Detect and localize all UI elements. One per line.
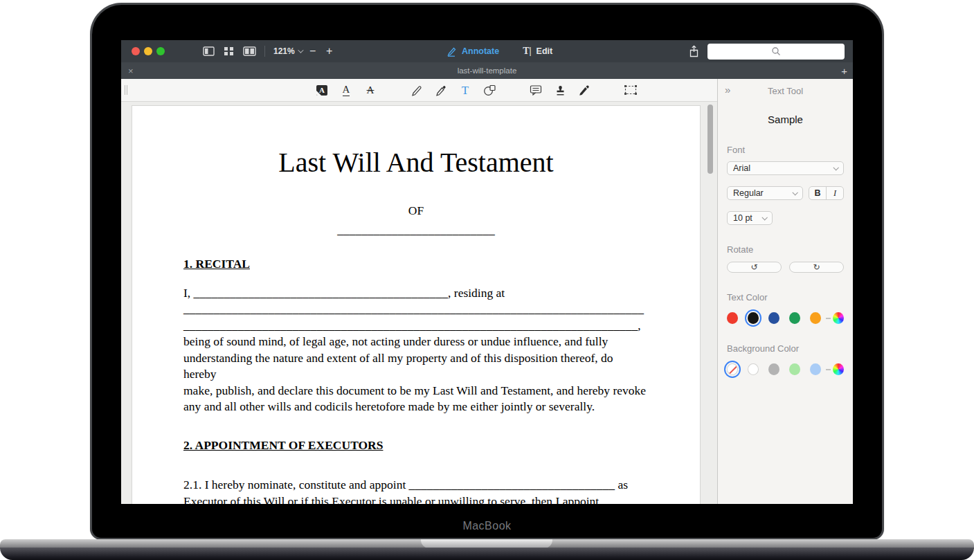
window-controls — [132, 47, 165, 55]
zoom-level-dropdown[interactable]: 121% — [273, 46, 302, 56]
rotate-cw-icon: ↻ — [813, 263, 820, 271]
recital-line: understanding the nature and extent of a… — [183, 350, 649, 383]
macbook-label: MacBook — [92, 520, 882, 532]
swatch-divider — [826, 318, 831, 319]
rotate-cw-button[interactable]: ↻ — [789, 262, 844, 273]
document-tab-title[interactable]: last-will-template — [121, 66, 853, 75]
text-color-green[interactable] — [789, 312, 800, 324]
pdf-app-window: 121% − + Annotate T| Edit — [121, 40, 853, 504]
background-color-label: Background Color — [727, 343, 844, 354]
zoom-in-button[interactable]: + — [324, 45, 335, 57]
zoom-controls: 121% − + — [273, 45, 335, 57]
highlight-icon[interactable]: A — [314, 82, 330, 98]
text-color-black[interactable] — [748, 312, 759, 324]
executor-line: 2.1. I hereby nominate, constitute and a… — [183, 477, 649, 494]
bg-color-light-blue[interactable] — [810, 363, 821, 375]
recital-line: ________________________________________… — [183, 318, 649, 334]
recital-line: ________________________________________… — [183, 301, 649, 318]
recital-line: I, _____________________________________… — [183, 285, 649, 302]
macbook-base-bottom — [0, 548, 974, 560]
content-row: A A A T — [121, 79, 853, 504]
text-color-blue[interactable] — [768, 312, 779, 324]
annotation-tools: A A A T — [314, 82, 647, 98]
add-tab-button[interactable]: + — [841, 65, 847, 77]
document-view[interactable]: Last Will And Testament OF _____________… — [121, 102, 717, 504]
annotation-toolbar: A A A T — [121, 79, 717, 102]
bold-button[interactable]: B — [809, 187, 827, 199]
tab-annotate[interactable]: Annotate — [447, 46, 499, 57]
document-name-blank: __________________________ — [183, 222, 649, 239]
mode-tabs: Annotate T| Edit — [447, 40, 552, 62]
underline-icon[interactable]: A — [339, 82, 354, 98]
font-family-select[interactable]: Arial — [727, 161, 844, 175]
document-title: Last Will And Testament — [183, 146, 649, 179]
rotate-section-label: Rotate — [727, 244, 844, 255]
text-color-label: Text Color — [727, 292, 844, 302]
stamp-icon[interactable] — [552, 82, 568, 98]
font-style-select[interactable]: Regular — [727, 186, 803, 200]
sidebar-panel-icon[interactable] — [203, 46, 215, 56]
bg-color-custom-wheel[interactable] — [833, 363, 844, 375]
text-color-red[interactable] — [727, 312, 738, 324]
executor-paragraph: 2.1. I hereby nominate, constitute and a… — [183, 477, 649, 504]
toolbar-divider — [264, 46, 265, 57]
swatch-divider — [826, 369, 831, 370]
close-tab-icon[interactable]: × — [128, 66, 134, 76]
chevron-down-icon — [833, 165, 838, 170]
shapes-icon[interactable] — [482, 82, 497, 98]
search-icon — [771, 46, 781, 56]
text-tool-icon[interactable]: T — [458, 82, 473, 98]
strikethrough-icon[interactable]: A — [363, 82, 378, 98]
marker-icon[interactable] — [433, 82, 449, 98]
text-color-swatches — [727, 312, 844, 324]
document-tab-bar: × last-will-template + — [121, 62, 853, 79]
bg-color-white[interactable] — [748, 363, 759, 375]
chevron-down-icon — [298, 47, 303, 53]
document-page[interactable]: Last Will And Testament OF _____________… — [132, 105, 701, 504]
sidebar-header: » Text Tool — [727, 79, 844, 102]
text-color-custom-wheel[interactable] — [833, 312, 844, 324]
chevron-down-icon — [761, 215, 767, 220]
recital-paragraph: I, _____________________________________… — [183, 285, 649, 415]
toolbar-drag-handle[interactable] — [125, 85, 127, 95]
italic-button[interactable]: I — [827, 187, 843, 199]
two-page-view-icon[interactable] — [243, 46, 256, 56]
text-color-orange[interactable] — [810, 312, 821, 324]
search-input[interactable] — [707, 44, 845, 60]
main-column: A A A T — [121, 79, 717, 504]
toolbar-right-group — [689, 40, 845, 62]
background-color-swatches — [727, 363, 844, 375]
rotate-buttons: ↺ ↻ — [727, 262, 844, 273]
font-sample-preview: Sample — [727, 114, 844, 125]
font-style-row: Regular B I — [727, 186, 844, 200]
edit-text-icon: T| — [523, 46, 531, 57]
font-size-select[interactable]: 10 pt — [727, 211, 773, 225]
close-window-button[interactable] — [132, 47, 140, 55]
select-icon[interactable] — [623, 82, 638, 98]
sidebar-title: Text Tool — [768, 86, 803, 96]
signature-icon[interactable] — [577, 82, 592, 98]
thumbnail-grid-icon[interactable] — [224, 46, 234, 56]
rotate-ccw-icon: ↺ — [750, 263, 757, 271]
collapse-sidebar-icon[interactable]: » — [725, 84, 730, 96]
bg-color-gray[interactable] — [768, 363, 779, 375]
share-icon[interactable] — [689, 45, 699, 57]
vertical-scrollbar[interactable] — [707, 105, 713, 174]
pencil-icon[interactable] — [409, 82, 424, 98]
fullscreen-window-button[interactable] — [156, 47, 165, 55]
bold-italic-group: B I — [809, 186, 844, 200]
bg-color-light-green[interactable] — [789, 363, 800, 375]
main-toolbar: 121% − + Annotate T| Edit — [121, 40, 853, 62]
recital-line: being of sound mind, of legal age, not a… — [183, 334, 649, 350]
rotate-ccw-button[interactable]: ↺ — [727, 262, 782, 273]
document-of-label: OF — [183, 203, 649, 219]
section1-heading: 1. RECITAL — [183, 256, 649, 273]
chevron-down-icon — [792, 190, 797, 195]
zoom-out-button[interactable]: − — [307, 45, 318, 57]
recital-line: make, publish, and declare this document… — [183, 383, 649, 399]
minimize-window-button[interactable] — [144, 47, 152, 55]
note-icon[interactable] — [528, 82, 543, 98]
font-section-label: Font — [727, 145, 844, 155]
tab-edit[interactable]: T| Edit — [523, 46, 552, 57]
bg-color-none[interactable] — [727, 363, 738, 375]
